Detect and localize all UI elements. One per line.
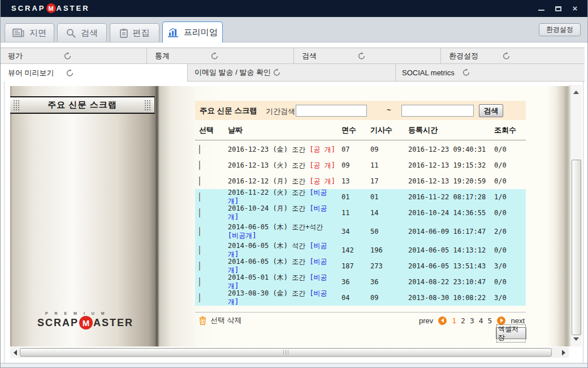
row-pages: 34	[339, 228, 368, 236]
refresh-icon[interactable]	[502, 52, 511, 60]
tab-search[interactable]: 검색	[57, 23, 107, 42]
refresh-icon[interactable]	[66, 69, 74, 77]
table-row[interactable]: 2014-06-05 (木) 조간 [비공개] 187 273 2014-06-…	[195, 258, 526, 274]
tab-label: 지면	[29, 28, 46, 38]
table-row[interactable]: 2013-08-30 (金) 조간 [비공개] 04 09 2013-08-30…	[195, 290, 526, 306]
horizontal-scrollbar[interactable]	[10, 347, 569, 358]
subtab-email-send[interactable]: 이메일 발송 / 발송 확인	[188, 64, 396, 82]
row-views: 0/0	[491, 278, 526, 286]
subtab-evaluation[interactable]: 평가	[0, 48, 147, 64]
scroll-up-icon[interactable]	[573, 91, 579, 94]
row-checkbox[interactable]	[199, 246, 200, 255]
row-checkbox[interactable]	[199, 227, 200, 236]
settings-button-label: 환경설정	[546, 25, 573, 35]
excel-save-button[interactable]: 엑셀저장	[496, 327, 526, 339]
page-number-5[interactable]: 5	[488, 316, 492, 325]
row-articles: 50	[368, 228, 406, 236]
search-icon	[66, 28, 76, 38]
table-row[interactable]: 2016-12-12 (月) 조간 [공 개] 13 17 2016-12-13…	[195, 173, 526, 189]
scroll-down-icon[interactable]	[573, 337, 579, 341]
tab-premium[interactable]: 프리미엄	[162, 22, 223, 42]
row-status: [공 개]	[309, 161, 335, 169]
tab-label: 프리미엄	[184, 27, 218, 38]
row-registered: 2014-06-05 14:13:12	[406, 246, 491, 254]
row-views: 3/0	[491, 294, 526, 302]
toolbar-divider	[0, 42, 588, 42]
delete-selected-label: 선택 삭제	[210, 315, 242, 326]
page-number-1[interactable]: 1	[452, 316, 456, 325]
row-articles: 196	[368, 246, 406, 254]
row-articles: 01	[368, 193, 406, 201]
table-footer: 선택 삭제 prev 12345 next	[195, 314, 526, 327]
row-checkbox[interactable]	[199, 161, 200, 170]
footer-divider	[195, 312, 526, 313]
tab-jimyeon[interactable]: 지면	[5, 23, 54, 42]
vertical-scroll-thumb[interactable]	[572, 160, 581, 335]
row-checkbox[interactable]	[199, 208, 200, 217]
table-row[interactable]: 2016-12-13 (火) 조간 [공 개] 09 11 2016-12-13…	[195, 157, 526, 173]
table-row[interactable]: 2014-06-05 (木) 석간 [비공개] 142 196 2014-06-…	[195, 242, 526, 258]
row-pages: 09	[339, 161, 368, 169]
horizontal-scroll-thumb[interactable]	[20, 348, 552, 357]
row-views: 0/0	[491, 177, 526, 185]
minimize-button[interactable]	[537, 5, 545, 12]
vertical-scrollbar[interactable]	[570, 85, 582, 346]
page-number-3[interactable]: 3	[470, 316, 474, 325]
search-button[interactable]: 검색	[479, 104, 503, 117]
page-number-2[interactable]: 2	[461, 316, 465, 325]
row-checkbox[interactable]	[199, 192, 200, 202]
prev-arrow-icon[interactable]	[438, 316, 447, 325]
date-to-input[interactable]	[401, 105, 474, 117]
tab-edit[interactable]: 편집	[110, 23, 159, 42]
row-registered: 2016-12-13 19:15:32	[406, 161, 491, 169]
row-date: 2016-12-23 (金) 조간 [공 개]	[224, 146, 339, 154]
table-row[interactable]: 2016-11-22 (火) 조간 [비공개] 01 01 2016-11-22…	[195, 189, 526, 205]
row-checkbox[interactable]	[199, 177, 200, 186]
next-arrow-icon[interactable]	[497, 316, 505, 325]
content-frame-right	[583, 82, 583, 363]
subtab-social-metrics[interactable]: SOCIAL metrics	[396, 64, 585, 82]
list-title: 주요 신문 스크랩	[200, 106, 257, 116]
row-registered: 2014-06-05 13:51:43	[406, 262, 491, 270]
row-registered: 2014-08-22 23:10:47	[406, 278, 491, 286]
row-pages: 07	[339, 146, 368, 153]
subtab-label: 평가	[8, 51, 23, 61]
subtab-settings[interactable]: 환경설정	[441, 48, 585, 64]
row-checkbox[interactable]	[199, 293, 200, 302]
scroll-right-icon[interactable]	[562, 350, 565, 356]
settings-button[interactable]: 환경설정	[539, 23, 581, 36]
logo-m-icon: M	[79, 316, 93, 330]
prev-link[interactable]: prev	[419, 316, 433, 325]
subtab-viewer-preview[interactable]: 뷰어 미리보기	[0, 64, 188, 82]
maximize-button[interactable]	[554, 5, 562, 12]
row-date: 2016-10-24 (月) 조간 [비공개]	[224, 204, 339, 221]
col-articles: 기사수	[368, 125, 406, 135]
subtab-search[interactable]: 검색	[294, 48, 441, 64]
refresh-icon[interactable]	[462, 69, 470, 77]
refresh-icon[interactable]	[210, 52, 219, 60]
table-row[interactable]: 2014-05-01 (木) 조간 [비공개] 36 36 2014-08-22…	[195, 274, 526, 290]
table-row[interactable]: 2016-12-23 (金) 조간 [공 개] 07 09 2016-12-23…	[195, 142, 526, 157]
refresh-icon[interactable]	[63, 52, 72, 60]
row-checkbox[interactable]	[199, 145, 200, 154]
row-checkbox[interactable]	[199, 262, 200, 271]
subtab-label: 이메일 발송 / 발송 확인	[194, 67, 271, 78]
row-date: 2016-11-22 (火) 조간 [비공개]	[224, 189, 339, 206]
page-number-4[interactable]: 4	[479, 316, 483, 325]
refresh-icon[interactable]	[357, 52, 366, 60]
date-from-input[interactable]	[296, 105, 367, 117]
row-checkbox[interactable]	[199, 277, 200, 286]
close-button[interactable]: ×	[571, 5, 579, 12]
table-row[interactable]: 2014-06-05 (木) 조간+석간 [비공개] 34 50 2014-06…	[195, 221, 526, 242]
subtab-statistics[interactable]: 통계	[147, 48, 294, 64]
delete-selected-button[interactable]: 선택 삭제	[195, 315, 242, 326]
table-header: 선택 날짜 면수 기사수 등록시간 조회수	[195, 120, 526, 140]
scroll-left-icon[interactable]	[14, 350, 17, 356]
panel-header[interactable]: 주요 신문 스크랩	[10, 96, 155, 114]
next-link[interactable]: next	[511, 316, 525, 325]
tab-label: 검색	[81, 28, 98, 38]
refresh-icon[interactable]	[273, 69, 281, 77]
maximize-icon	[555, 6, 561, 11]
table-row[interactable]: 2016-10-24 (月) 조간 [비공개] 11 14 2016-10-24…	[195, 205, 526, 221]
col-date: 날짜	[224, 125, 339, 135]
